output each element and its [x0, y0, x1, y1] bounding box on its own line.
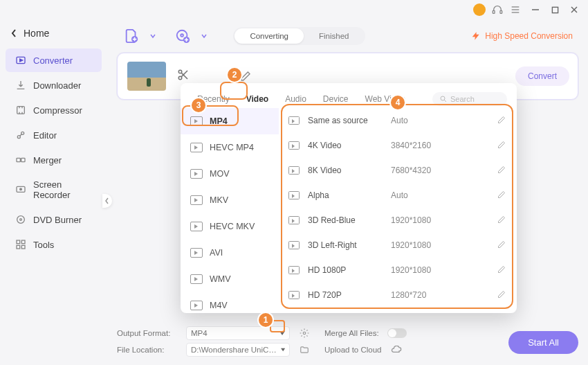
tab-converting[interactable]: Converting: [235, 28, 304, 44]
compressor-icon: [15, 105, 26, 116]
file-location-label: File Location:: [117, 346, 181, 354]
svg-rect-21: [17, 240, 20, 244]
sidebar-item-merger[interactable]: Merger: [6, 148, 102, 172]
recorder-icon: [15, 184, 26, 195]
high-speed-conversion-link[interactable]: High Speed Conversion: [471, 31, 573, 41]
add-dvd-button[interactable]: [174, 27, 192, 45]
chevron-down-icon[interactable]: [201, 33, 207, 39]
minimize-button[interactable]: [530, 4, 541, 15]
headset-icon[interactable]: [491, 3, 504, 16]
maximize-button[interactable]: [549, 4, 560, 15]
start-all-button[interactable]: Start All: [508, 331, 578, 354]
format-list: MP4 HEVC MP4 MOV MKV HEVC MKV AVI WMV M4…: [181, 108, 279, 313]
edit-icon[interactable]: [497, 215, 507, 225]
video-icon: [190, 116, 203, 126]
merger-icon: [15, 154, 26, 166]
svg-point-20: [20, 219, 22, 221]
svg-point-34: [303, 332, 306, 335]
sidebar-item-screen-recorder[interactable]: Screen Recorder: [6, 173, 102, 206]
tab-video[interactable]: Video: [239, 90, 275, 108]
close-button[interactable]: [569, 4, 580, 15]
format-popup: Recently Video Audio Device Web Video Se…: [181, 83, 517, 313]
svg-rect-24: [21, 245, 25, 249]
merge-label: Merge All Files:: [324, 329, 379, 337]
output-format-dropdown[interactable]: MP4: [186, 326, 290, 340]
video-icon: [288, 291, 300, 299]
resolution-item[interactable]: 3D Left-Right1920*1080: [279, 233, 517, 258]
gear-icon[interactable]: [300, 328, 309, 338]
format-avi[interactable]: AVI: [181, 240, 279, 266]
sidebar-item-compressor[interactable]: Compressor: [6, 98, 102, 122]
resolution-item[interactable]: HD 1080P1920*1080: [279, 258, 517, 283]
output-format-label: Output Format:: [117, 329, 181, 337]
format-mov[interactable]: MOV: [181, 161, 279, 187]
search-input[interactable]: Search: [432, 92, 507, 106]
tab-device[interactable]: Device: [316, 90, 356, 108]
edit-icon[interactable]: [497, 190, 507, 200]
sidebar-item-converter[interactable]: Converter: [6, 48, 102, 72]
cloud-icon[interactable]: [391, 346, 402, 354]
annotation-badge-4: 4: [391, 96, 405, 109]
svg-rect-11: [17, 107, 25, 114]
format-mp4[interactable]: MP4: [181, 108, 279, 134]
svg-point-18: [20, 188, 22, 190]
sidebar-item-dvd-burner[interactable]: DVD Burner: [6, 208, 102, 231]
dvd-icon: [15, 214, 26, 225]
video-icon: [190, 301, 203, 310]
edit-icon[interactable]: [497, 141, 507, 150]
format-hevc-mkv[interactable]: HEVC MKV: [181, 213, 279, 240]
resolution-item[interactable]: 4K Video3840*2160: [279, 133, 517, 158]
chevron-down-icon[interactable]: [150, 33, 156, 39]
annotation-badge-3: 3: [192, 98, 205, 112]
edit-icon[interactable]: [497, 290, 507, 300]
edit-icon[interactable]: [240, 71, 251, 82]
avatar[interactable]: [473, 3, 486, 16]
resolution-item[interactable]: 8K Video7680*4320: [279, 158, 517, 183]
sidebar: Home Converter Downloader Compressor Edi…: [0, 19, 107, 365]
resolution-item[interactable]: AlphaAuto: [279, 183, 517, 208]
format-wmv[interactable]: WMV: [181, 266, 279, 292]
convert-button[interactable]: Convert: [515, 66, 569, 86]
annotation-badge-1: 1: [259, 313, 273, 327]
back-button[interactable]: Home: [0, 25, 107, 48]
video-icon: [190, 169, 203, 179]
edit-icon[interactable]: [497, 116, 507, 125]
sidebar-item-downloader[interactable]: Downloader: [6, 73, 102, 97]
annotation-badge-2: 2: [228, 68, 241, 82]
format-m4v[interactable]: M4V: [181, 292, 279, 313]
video-icon: [190, 222, 203, 231]
resolution-item[interactable]: HD 720P1280*720: [279, 283, 517, 308]
tools-icon: [15, 239, 26, 250]
svg-line-37: [444, 100, 446, 102]
sidebar-item-tools[interactable]: Tools: [6, 233, 102, 256]
add-file-button[interactable]: [122, 27, 140, 45]
video-icon: [190, 143, 203, 152]
folder-icon[interactable]: [300, 345, 309, 355]
search-icon: [439, 95, 448, 103]
svg-rect-23: [17, 245, 20, 249]
trim-icon[interactable]: [177, 69, 192, 84]
edit-icon[interactable]: [497, 265, 507, 275]
edit-icon[interactable]: [497, 240, 507, 250]
tab-audio[interactable]: Audio: [278, 90, 313, 108]
format-hevc-mp4[interactable]: HEVC MP4: [181, 134, 279, 161]
format-mkv[interactable]: MKV: [181, 187, 279, 213]
svg-line-14: [20, 134, 22, 136]
tab-finished[interactable]: Finished: [304, 28, 364, 44]
video-icon: [190, 248, 203, 258]
resolution-item[interactable]: 3D Red-Blue1920*1080: [279, 208, 517, 233]
svg-marker-35: [281, 348, 285, 352]
sidebar-item-editor[interactable]: Editor: [6, 123, 102, 147]
merge-toggle[interactable]: [387, 328, 407, 338]
svg-point-36: [441, 96, 445, 100]
edit-icon[interactable]: [497, 166, 507, 175]
video-icon: [190, 274, 203, 284]
file-location-dropdown[interactable]: D:\Wondershare UniConverter 1: [186, 343, 290, 357]
resolution-item[interactable]: Same as sourceAuto: [279, 108, 517, 133]
menu-icon[interactable]: [509, 3, 522, 16]
video-icon: [288, 216, 300, 224]
svg-point-27: [181, 34, 183, 37]
resolution-list: Same as sourceAuto 4K Video3840*2160 8K …: [279, 108, 517, 313]
svg-point-29: [178, 70, 182, 73]
video-thumbnail[interactable]: [127, 62, 166, 91]
